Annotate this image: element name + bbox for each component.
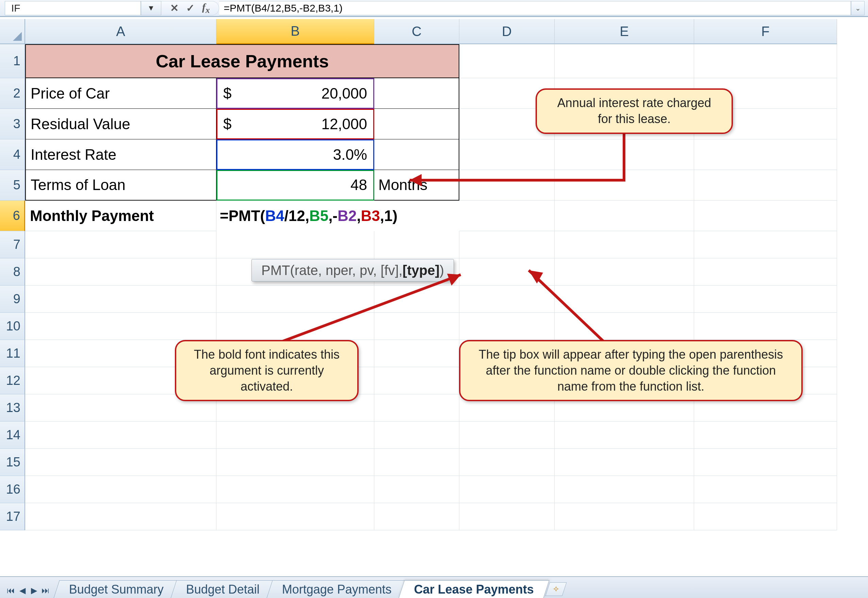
cell-A5[interactable]: Terms of Loan bbox=[25, 170, 216, 200]
cell-A8[interactable] bbox=[25, 259, 216, 286]
cell-F6[interactable] bbox=[694, 200, 837, 231]
cell-A16[interactable] bbox=[25, 476, 216, 503]
cell-B5[interactable]: 48 bbox=[216, 170, 374, 200]
tab-budget-detail[interactable]: Budget Detail bbox=[171, 580, 275, 598]
cell-C2[interactable] bbox=[374, 78, 459, 109]
cell-C10[interactable] bbox=[374, 313, 459, 340]
cell-B9[interactable] bbox=[216, 286, 374, 313]
cell-E15[interactable] bbox=[555, 449, 694, 476]
cell-E10[interactable] bbox=[555, 313, 694, 340]
row-header-12[interactable]: 12 bbox=[0, 367, 25, 395]
row-header-5[interactable]: 5 bbox=[0, 170, 25, 200]
cell-B15[interactable] bbox=[216, 449, 374, 476]
cell-D17[interactable] bbox=[459, 503, 555, 530]
row-header-6[interactable]: 6 bbox=[0, 200, 25, 231]
cell-B6-editing[interactable]: =PMT(B4/12,B5,-B2,B3,1) bbox=[216, 200, 523, 231]
cell-F10[interactable] bbox=[694, 313, 837, 340]
cell-D4[interactable] bbox=[459, 139, 555, 170]
col-header-B[interactable]: B bbox=[216, 19, 374, 44]
insert-sheet-icon[interactable]: ✧ bbox=[545, 582, 567, 596]
cell-D14[interactable] bbox=[459, 422, 555, 449]
name-box[interactable]: IF bbox=[5, 1, 141, 15]
cell-B16[interactable] bbox=[216, 476, 374, 503]
cell-C15[interactable] bbox=[374, 449, 459, 476]
tab-car-lease-payments[interactable]: Car Lease Payments bbox=[399, 580, 550, 598]
cell-B10[interactable] bbox=[216, 313, 374, 340]
row-header-11[interactable]: 11 bbox=[0, 340, 25, 367]
col-header-C[interactable]: C bbox=[374, 19, 459, 44]
cell-F5[interactable] bbox=[694, 170, 837, 200]
tab-budget-summary[interactable]: Budget Summary bbox=[54, 580, 179, 598]
cell-F16[interactable] bbox=[694, 476, 837, 503]
cell-B17[interactable] bbox=[216, 503, 374, 530]
row-header-16[interactable]: 16 bbox=[0, 476, 25, 503]
cell-F7[interactable] bbox=[694, 231, 837, 259]
next-sheet-icon[interactable]: ▶ bbox=[29, 586, 39, 595]
cell-B3[interactable]: $ 12,000 bbox=[216, 109, 374, 139]
cell-E5[interactable] bbox=[555, 170, 694, 200]
cell-D16[interactable] bbox=[459, 476, 555, 503]
cell-C4[interactable] bbox=[374, 139, 459, 170]
last-sheet-icon[interactable]: ⏭ bbox=[41, 586, 50, 595]
cell-title[interactable]: Car Lease Payments bbox=[25, 44, 459, 78]
cell-F15[interactable] bbox=[694, 449, 837, 476]
row-header-4[interactable]: 4 bbox=[0, 139, 25, 170]
cell-C17[interactable] bbox=[374, 503, 459, 530]
cell-F14[interactable] bbox=[694, 422, 837, 449]
cell-B14[interactable] bbox=[216, 422, 374, 449]
cell-A2[interactable]: Price of Car bbox=[25, 78, 216, 109]
row-header-13[interactable]: 13 bbox=[0, 395, 25, 422]
cell-A7[interactable] bbox=[25, 231, 216, 259]
name-box-dropdown-icon[interactable]: ▼ bbox=[141, 1, 161, 15]
cell-F1[interactable] bbox=[694, 44, 837, 78]
cell-C3[interactable] bbox=[374, 109, 459, 139]
cell-E16[interactable] bbox=[555, 476, 694, 503]
row-header-9[interactable]: 9 bbox=[0, 286, 25, 313]
select-all-corner[interactable] bbox=[0, 19, 25, 44]
cell-E4[interactable] bbox=[555, 139, 694, 170]
prev-sheet-icon[interactable]: ◀ bbox=[18, 586, 27, 595]
row-header-8[interactable]: 8 bbox=[0, 259, 25, 286]
cell-C9[interactable] bbox=[374, 286, 459, 313]
tab-mortgage-payments[interactable]: Mortgage Payments bbox=[267, 580, 407, 598]
cell-D5[interactable] bbox=[459, 170, 555, 200]
row-header-1[interactable]: 1 bbox=[0, 44, 25, 78]
cell-C14[interactable] bbox=[374, 422, 459, 449]
cell-E14[interactable] bbox=[555, 422, 694, 449]
cell-F4[interactable] bbox=[694, 139, 837, 170]
cell-B2[interactable]: $ 20,000 bbox=[216, 78, 374, 109]
cell-A15[interactable] bbox=[25, 449, 216, 476]
cell-B4[interactable]: 3.0% bbox=[216, 139, 374, 170]
col-header-D[interactable]: D bbox=[459, 19, 555, 44]
cell-A9[interactable] bbox=[25, 286, 216, 313]
cell-E17[interactable] bbox=[555, 503, 694, 530]
cell-F9[interactable] bbox=[694, 286, 837, 313]
cell-D1[interactable] bbox=[459, 44, 555, 78]
expand-formula-bar-icon[interactable]: ⌄ bbox=[851, 1, 865, 15]
cell-E1[interactable] bbox=[555, 44, 694, 78]
row-header-10[interactable]: 10 bbox=[0, 313, 25, 340]
cells-area[interactable]: Car Lease Payments Price of Car $ 20,000… bbox=[25, 44, 868, 574]
row-header-15[interactable]: 15 bbox=[0, 449, 25, 476]
cell-C7[interactable] bbox=[374, 231, 459, 259]
row-header-3[interactable]: 3 bbox=[0, 109, 25, 139]
cell-E9[interactable] bbox=[555, 286, 694, 313]
cell-C5[interactable]: Months bbox=[374, 170, 459, 200]
cell-D9[interactable] bbox=[459, 286, 555, 313]
cell-C13[interactable] bbox=[374, 395, 459, 422]
cell-E6[interactable] bbox=[555, 200, 694, 231]
col-header-E[interactable]: E bbox=[555, 19, 694, 44]
cell-D8[interactable] bbox=[459, 259, 555, 286]
cell-E7[interactable] bbox=[555, 231, 694, 259]
cell-D10[interactable] bbox=[459, 313, 555, 340]
cell-F17[interactable] bbox=[694, 503, 837, 530]
row-header-2[interactable]: 2 bbox=[0, 78, 25, 109]
col-header-A[interactable]: A bbox=[25, 19, 216, 44]
cell-E8[interactable] bbox=[555, 259, 694, 286]
cell-A3[interactable]: Residual Value bbox=[25, 109, 216, 139]
cell-B7[interactable] bbox=[216, 231, 374, 259]
cell-C11[interactable] bbox=[374, 340, 459, 367]
formula-input[interactable]: =PMT(B4/12,B5,-B2,B3,1) bbox=[219, 1, 852, 15]
fx-icon[interactable]: fx bbox=[202, 1, 210, 15]
enter-icon[interactable]: ✓ bbox=[186, 2, 195, 14]
